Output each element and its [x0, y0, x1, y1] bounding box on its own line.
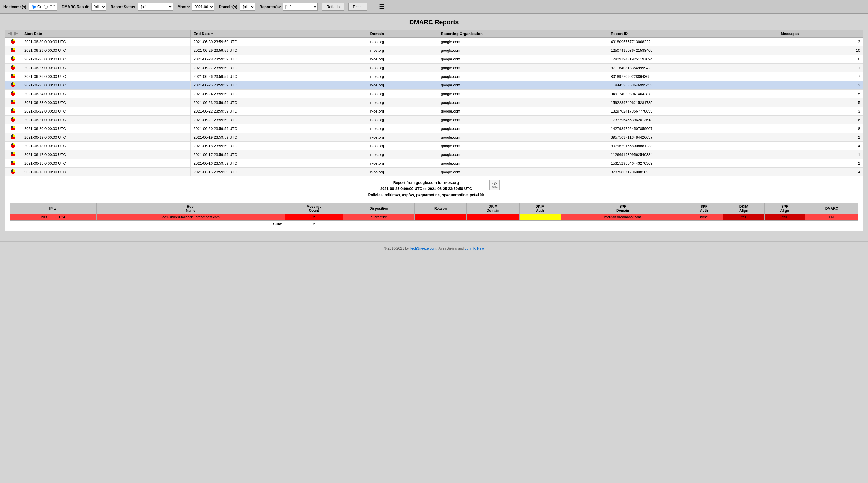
- table-row[interactable]: 2021-06-23 0:00:00 UTC2021-06-23 23:59:5…: [5, 98, 863, 107]
- nav-next-icon[interactable]: [13, 31, 18, 36]
- detail-cell-spf_align: fail: [764, 214, 805, 221]
- cell-end: 2021-06-26 23:59:59 UTC: [190, 72, 367, 81]
- cell-end: 2021-06-27 23:59:59 UTC: [190, 64, 367, 72]
- cell-end: 2021-06-22 23:59:59 UTC: [190, 107, 367, 116]
- th-end-date[interactable]: End Date: [190, 30, 367, 37]
- table-row[interactable]: 2021-06-16 0:00:00 UTC2021-06-16 23:59:5…: [5, 159, 863, 168]
- cell-id: 13297024173567778655: [608, 107, 778, 116]
- cell-id: 8711640313354999942: [608, 64, 778, 72]
- table-row[interactable]: 2021-06-29 0:00:00 UTC2021-06-29 23:59:5…: [5, 46, 863, 55]
- status-icon: [10, 117, 16, 122]
- th-messages[interactable]: Messages: [778, 30, 863, 37]
- th-report-id[interactable]: Report ID: [608, 30, 778, 37]
- table-row[interactable]: 2021-06-15 0:00:00 UTC2021-06-15 23:59:5…: [5, 168, 863, 176]
- table-row[interactable]: 2021-06-20 0:00:00 UTC2021-06-20 23:59:5…: [5, 124, 863, 133]
- nav-prev-icon[interactable]: [8, 31, 12, 36]
- cell-org: google.com: [438, 90, 608, 98]
- status-icon: [10, 65, 16, 70]
- reset-button[interactable]: Reset: [348, 3, 367, 11]
- status-icon: [10, 143, 16, 148]
- th-reason[interactable]: Reason: [414, 203, 467, 214]
- th-dkim-align[interactable]: DKIMAlign: [723, 203, 765, 214]
- status-icon-cell: [5, 159, 21, 168]
- table-row[interactable]: 2021-06-26 0:00:00 UTC2021-06-26 23:59:5…: [5, 72, 863, 81]
- xml-download-button[interactable]: </>XML: [490, 180, 500, 190]
- cell-messages: 10: [778, 46, 863, 55]
- detail-row[interactable]: 208.113.201.24iad1-shared-fallback1.drea…: [10, 214, 859, 221]
- cell-id: 17372964553962013618: [608, 116, 778, 124]
- domain-label: Domain(s):: [219, 5, 238, 9]
- table-row[interactable]: 2021-06-27 0:00:00 UTC2021-06-27 23:59:5…: [5, 64, 863, 72]
- th-dmarc[interactable]: DMARC: [805, 203, 859, 214]
- status-icon-cell: [5, 142, 21, 150]
- status-icon-cell: [5, 90, 21, 98]
- cell-domain: n-os.org: [367, 98, 438, 107]
- report-status-select[interactable]: [all]: [138, 3, 173, 11]
- cell-start: 2021-06-17 0:00:00 UTC: [21, 150, 191, 159]
- status-icon: [10, 151, 16, 157]
- status-icon-cell: [5, 98, 21, 107]
- detail-header-row: Report from google.com for n-os.org 2021…: [9, 180, 859, 201]
- cell-org: google.com: [438, 55, 608, 64]
- page-title: DMARC Reports: [5, 19, 863, 26]
- status-icon-cell: [5, 116, 21, 124]
- th-msg-count[interactable]: MessageCount: [285, 203, 343, 214]
- techsneeze-link[interactable]: TechSneeze.com: [410, 247, 436, 251]
- table-row[interactable]: 2021-06-25 0:00:00 UTC2021-06-25 23:59:5…: [5, 81, 863, 90]
- john-new-link[interactable]: John P. New: [465, 247, 484, 251]
- status-icon: [10, 82, 16, 87]
- detail-cell-reason: [414, 214, 467, 221]
- sum-value: 2: [285, 221, 343, 228]
- cell-id: 11266919309562540384: [608, 150, 778, 159]
- table-row[interactable]: 2021-06-19 0:00:00 UTC2021-06-19 23:59:5…: [5, 133, 863, 142]
- th-spf-align[interactable]: SPFAlign: [764, 203, 805, 214]
- hostname-off-radio[interactable]: [44, 5, 48, 9]
- th-spf-domain[interactable]: SPFDomain: [561, 203, 685, 214]
- cell-start: 2021-06-25 0:00:00 UTC: [21, 81, 191, 90]
- menu-icon[interactable]: ☰: [379, 3, 384, 10]
- cell-org: google.com: [438, 72, 608, 81]
- hostname-group: Hostname(s): On Off: [3, 3, 57, 11]
- cell-end: 2021-06-30 23:59:59 UTC: [190, 37, 367, 46]
- domain-select[interactable]: [all]: [240, 3, 255, 11]
- table-row[interactable]: 2021-06-17 0:00:00 UTC2021-06-17 23:59:5…: [5, 150, 863, 159]
- cell-domain: n-os.org: [367, 46, 438, 55]
- cell-org: google.com: [438, 168, 608, 176]
- reporter-select[interactable]: [all]: [283, 3, 317, 11]
- table-row[interactable]: 2021-06-24 0:00:00 UTC2021-06-24 23:59:5…: [5, 90, 863, 98]
- hostname-on-radio[interactable]: [32, 5, 35, 9]
- cell-messages: 4: [778, 168, 863, 176]
- cell-org: google.com: [438, 107, 608, 116]
- cell-domain: n-os.org: [367, 124, 438, 133]
- reports-tbody: 2021-06-30 0:00:00 UTC2021-06-30 23:59:5…: [5, 37, 863, 176]
- th-reporting-org[interactable]: Reporting Organization: [438, 30, 608, 37]
- th-hostname[interactable]: HostName: [96, 203, 285, 214]
- cell-end: 2021-06-19 23:59:59 UTC: [190, 133, 367, 142]
- th-dkim-domain[interactable]: DKIMDomain: [467, 203, 520, 214]
- cell-org: google.com: [438, 124, 608, 133]
- th-dkim-auth[interactable]: DKIMAuth: [519, 203, 561, 214]
- dmarc-select[interactable]: [all]: [91, 3, 106, 11]
- th-start-date[interactable]: Start Date: [21, 30, 191, 37]
- detail-cell-dkim_domain: [467, 214, 520, 221]
- table-row[interactable]: 2021-06-28 0:00:00 UTC2021-06-28 23:59:5…: [5, 55, 863, 64]
- detail-cell-disposition: quarantine: [343, 214, 414, 221]
- table-row[interactable]: 2021-06-22 0:00:00 UTC2021-06-22 23:59:5…: [5, 107, 863, 116]
- hostname-off-label[interactable]: Off: [50, 5, 54, 9]
- refresh-button[interactable]: Refresh: [322, 3, 344, 11]
- table-row[interactable]: 2021-06-30 0:00:00 UTC2021-06-30 23:59:5…: [5, 37, 863, 46]
- th-disposition[interactable]: Disposition: [343, 203, 414, 214]
- month-select[interactable]: 2021-06: [192, 3, 214, 11]
- hostname-on-label[interactable]: On: [37, 5, 42, 9]
- th-domain[interactable]: Domain: [367, 30, 438, 37]
- table-row[interactable]: 2021-06-21 0:00:00 UTC2021-06-21 23:59:5…: [5, 116, 863, 124]
- status-icon: [10, 134, 16, 139]
- table-row[interactable]: 2021-06-18 0:00:00 UTC2021-06-18 23:59:5…: [5, 142, 863, 150]
- th-spf-auth[interactable]: SPFAuth: [685, 203, 723, 214]
- cell-domain: n-os.org: [367, 133, 438, 142]
- status-icon: [10, 56, 16, 61]
- cell-start: 2021-06-27 0:00:00 UTC: [21, 64, 191, 72]
- footer: © 2016-2021 by TechSneeze.com, John Biel…: [0, 242, 868, 255]
- detail-section: Report from google.com for n-os.org 2021…: [5, 176, 863, 231]
- th-ip[interactable]: IP ▲: [10, 203, 96, 214]
